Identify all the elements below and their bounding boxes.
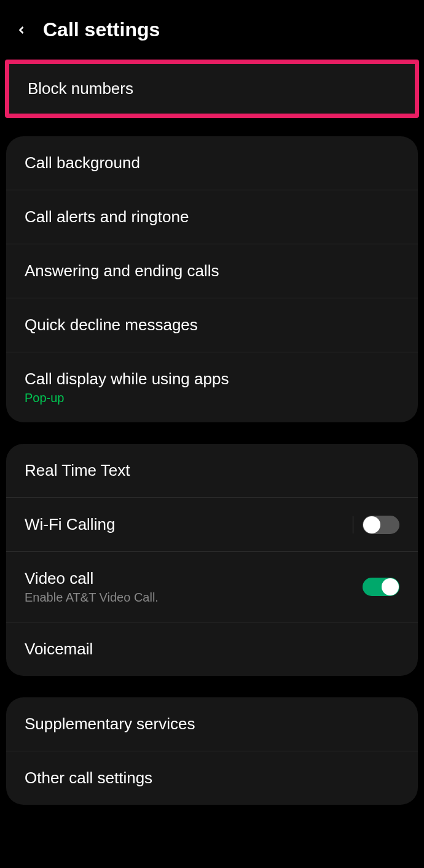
- call-display-item[interactable]: Call display while using apps Pop-up: [6, 352, 418, 422]
- page-title: Call settings: [43, 18, 160, 41]
- quick-decline-item[interactable]: Quick decline messages: [6, 298, 418, 352]
- settings-group-3: Supplementary services Other call settin…: [6, 697, 418, 805]
- item-label: Other call settings: [25, 769, 152, 788]
- item-content: Wi-Fi Calling: [25, 515, 115, 534]
- item-label: Call display while using apps: [25, 370, 229, 389]
- item-label: Supplementary services: [25, 715, 195, 734]
- header: Call settings: [0, 0, 424, 53]
- call-alerts-item[interactable]: Call alerts and ringtone: [6, 190, 418, 244]
- wifi-calling-toggle[interactable]: [363, 516, 399, 534]
- video-call-item[interactable]: Video call Enable AT&T Video Call.: [6, 552, 418, 622]
- item-label: Wi-Fi Calling: [25, 515, 115, 534]
- item-label: Answering and ending calls: [25, 262, 219, 281]
- toggle-knob: [363, 516, 380, 533]
- wifi-calling-item[interactable]: Wi-Fi Calling: [6, 498, 418, 552]
- block-numbers-label: Block numbers: [28, 79, 133, 98]
- item-content: Video call Enable AT&T Video Call.: [25, 569, 159, 605]
- item-label: Voicemail: [25, 640, 93, 659]
- item-subtitle: Enable AT&T Video Call.: [25, 591, 159, 605]
- item-label: Call alerts and ringtone: [25, 207, 189, 227]
- block-numbers-item[interactable]: Block numbers: [9, 64, 415, 114]
- item-content: Call background: [25, 153, 140, 172]
- item-content: Call display while using apps Pop-up: [25, 370, 229, 405]
- voicemail-item[interactable]: Voicemail: [6, 622, 418, 676]
- item-label: Real Time Text: [25, 461, 130, 480]
- settings-group-1: Call background Call alerts and ringtone…: [6, 136, 418, 422]
- highlighted-section: Block numbers: [5, 60, 419, 118]
- toggle-knob: [382, 578, 399, 595]
- item-content: Call alerts and ringtone: [25, 207, 189, 227]
- back-button[interactable]: [12, 21, 31, 39]
- item-content: Supplementary services: [25, 715, 195, 734]
- settings-group-2: Real Time Text Wi-Fi Calling Video call …: [6, 444, 418, 676]
- other-call-settings-item[interactable]: Other call settings: [6, 751, 418, 805]
- item-label: Quick decline messages: [25, 316, 198, 335]
- answering-ending-item[interactable]: Answering and ending calls: [6, 244, 418, 298]
- item-label: Call background: [25, 153, 140, 172]
- supplementary-services-item[interactable]: Supplementary services: [6, 697, 418, 751]
- item-content: Quick decline messages: [25, 316, 198, 335]
- item-content: Voicemail: [25, 640, 93, 659]
- call-background-item[interactable]: Call background: [6, 136, 418, 190]
- item-content: Other call settings: [25, 769, 152, 788]
- toggle-container: [353, 516, 399, 534]
- item-label: Video call: [25, 569, 159, 588]
- item-content: Real Time Text: [25, 461, 130, 480]
- item-content: Answering and ending calls: [25, 262, 219, 281]
- video-call-toggle[interactable]: [363, 578, 399, 596]
- chevron-left-icon: [15, 21, 28, 39]
- separator: [353, 516, 353, 533]
- item-subtitle: Pop-up: [25, 391, 229, 405]
- real-time-text-item[interactable]: Real Time Text: [6, 444, 418, 498]
